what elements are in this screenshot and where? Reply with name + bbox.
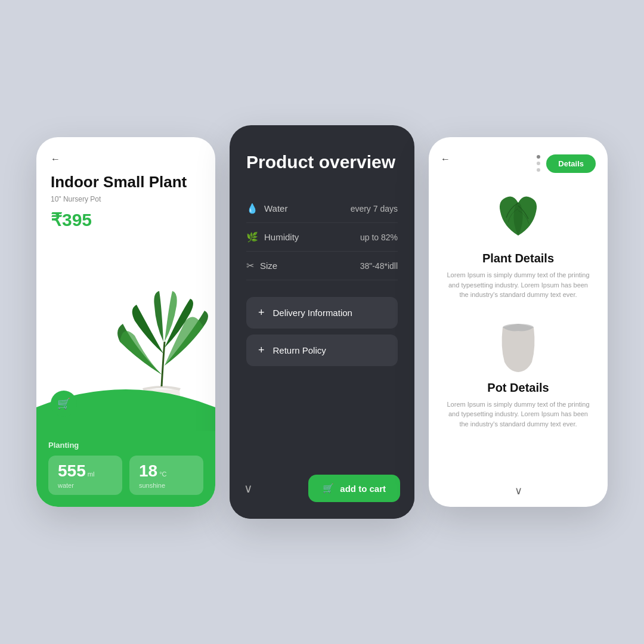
dot-1 [537,155,540,159]
screen-product-overview: Product overview 💧 Water every 7 days 🌿 … [230,125,414,519]
stat-sunshine-value: 18 °C [139,462,194,481]
header-right: Details [537,154,596,173]
add-to-cart-button[interactable]: 🛒 add to cart [308,475,400,502]
stat-sunshine-label: sunshine [139,482,194,489]
add-to-cart-label: add to cart [340,484,386,494]
plant-detail-section: Plant Details Lorem Ipsum is simply dumm… [443,185,593,300]
details-badge: Details [546,154,596,173]
screen1-top: ← Indoor Small Plant 10" Nursery Pot ₹39… [36,137,215,431]
screens-container: ← Indoor Small Plant 10" Nursery Pot ₹39… [36,125,608,519]
plant-detail-desc: Lorem Ipsum is simply dummy text of the … [443,270,593,300]
stat-sunshine: 18 °C sunshine [129,456,203,495]
accordion-delivery-label: Delivery Information [273,308,352,318]
dot-3 [537,168,540,172]
planting-label: Planting [48,441,203,450]
humidity-icon: 🌿 [246,231,258,243]
spec-humidity: 🌿 Humidity up to 82% [246,223,398,252]
back-button-s3[interactable]: ← [441,154,450,165]
pot-detail-desc: Lorem Ipsum is simply dummy text of the … [443,400,593,429]
plus-icon-return: + [258,344,265,357]
screen3-content: Plant Details Lorem Ipsum is simply dumm… [429,179,608,478]
product-title: Indoor Small Plant [51,173,201,191]
pot-detail-title: Pot Details [487,381,549,395]
stat-water-label: water [58,482,113,489]
spec-water-value: every 7 days [351,204,398,213]
dot-2 [537,162,540,165]
product-price: ₹395 [51,209,201,230]
accordion-return[interactable]: + Return Policy [246,335,398,366]
back-button-s1[interactable]: ← [51,154,60,165]
screen3-footer: ∨ [429,478,608,507]
plant-detail-image [488,185,548,244]
spec-size-label: Size [260,261,277,271]
screen2-footer: ∨ 🛒 add to cart [230,465,414,519]
pot-detail-image [488,314,548,374]
water-icon: 💧 [246,203,258,214]
pot-detail-section: Pot Details Lorem Ipsum is simply dummy … [443,314,593,429]
screen2-content: Product overview 💧 Water every 7 days 🌿 … [230,125,414,465]
spec-size: ✂ Size 38"-48*idll [246,252,398,280]
accordion-section: + Delivery Information + Return Policy [246,297,398,366]
screen3-header: ← Details [429,137,608,179]
chevron-down-icon[interactable]: ∨ [244,481,253,496]
screen-plant-details: ← Details [429,137,608,507]
spec-water-label: Water [264,203,287,213]
dots-navigation [537,155,540,172]
chevron-down-s3-icon[interactable]: ∨ [515,484,522,497]
stats-row: 555 ml water 18 °C sunshine [48,456,203,495]
cart-icon-s2: 🛒 [323,483,334,494]
accordion-delivery[interactable]: + Delivery Information [246,297,398,329]
cart-button[interactable]: 🛒 [51,391,77,417]
screen-product-detail: ← Indoor Small Plant 10" Nursery Pot ₹39… [36,137,215,507]
spec-humidity-value: up to 82% [360,233,398,242]
plus-icon-delivery: + [258,306,265,319]
spec-humidity-label: Humidity [264,232,299,242]
accordion-return-label: Return Policy [273,345,326,355]
spec-water: 💧 Water every 7 days [246,194,398,223]
screen1-bottom: Planting 555 ml water 18 °C sunshine [36,431,215,507]
stat-water: 555 ml water [48,456,122,495]
overview-title: Product overview [246,151,398,173]
size-icon: ✂ [246,260,254,271]
plant-detail-title: Plant Details [482,252,554,265]
product-subtitle: 10" Nursery Pot [51,195,201,203]
stat-water-value: 555 ml [58,462,113,481]
spec-size-value: 38"-48*idll [360,261,398,271]
